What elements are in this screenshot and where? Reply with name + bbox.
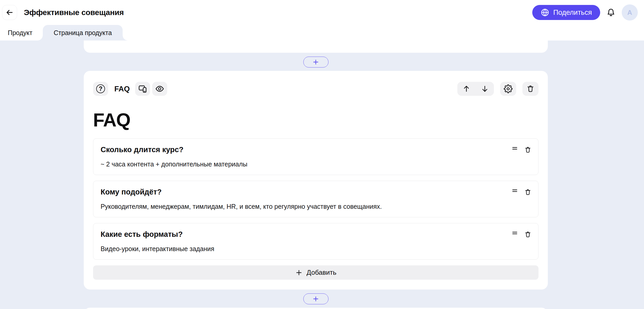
faq-item-text: Сколько длится курс? ~ 2 часа контента +…: [101, 145, 247, 175]
faq-item: Кому подойдёт? Руководителям, менеджерам…: [93, 181, 538, 217]
preview-button[interactable]: [152, 82, 167, 96]
devices-button[interactable]: [135, 82, 150, 96]
add-block-row-top: [84, 57, 548, 68]
arrow-up-icon: [463, 85, 470, 93]
drag-handle[interactable]: [512, 189, 517, 193]
editor-canvas: ? FAQ: [0, 41, 644, 309]
block-toolbar-right: [457, 82, 538, 96]
gear-icon: [504, 84, 513, 93]
add-block-button-top[interactable]: [303, 57, 328, 68]
faq-item-controls: [512, 187, 531, 217]
arrow-left-icon: [6, 9, 13, 16]
tab-product-page[interactable]: Страница продукта: [43, 25, 123, 41]
drag-handle[interactable]: [512, 146, 517, 150]
trash-icon: [524, 231, 531, 238]
notifications-button[interactable]: [607, 8, 615, 17]
faq-item-controls: [512, 145, 531, 175]
top-bar-actions: Поделиться A: [532, 4, 638, 21]
block-toolbar: ? FAQ: [93, 82, 538, 96]
faq-item-question[interactable]: Кому подойдёт?: [101, 187, 382, 196]
add-block-row-bottom: [84, 293, 548, 304]
drag-handle[interactable]: [512, 231, 517, 235]
faq-item-question[interactable]: Сколько длится курс?: [101, 145, 247, 154]
faq-item-answer[interactable]: Видео-уроки, интерактивные задания: [101, 245, 214, 253]
share-button-label: Поделиться: [553, 9, 592, 17]
bell-icon: [607, 8, 615, 17]
question-circle-icon: ?: [96, 84, 105, 93]
delete-block-button[interactable]: [522, 82, 538, 96]
back-button[interactable]: [2, 5, 17, 20]
faq-item: Какие есть форматы? Видео-уроки, интерак…: [93, 223, 538, 260]
devices-icon: [138, 84, 147, 93]
add-block-button-bottom[interactable]: [303, 293, 328, 304]
faq-item-text: Кому подойдёт? Руководителям, менеджерам…: [101, 187, 382, 217]
delete-item-button[interactable]: [524, 231, 531, 238]
plus-icon: [295, 269, 303, 276]
next-block-card[interactable]: [84, 308, 548, 309]
page-stage: ? FAQ: [84, 41, 548, 309]
faq-items-list: Сколько длится курс? ~ 2 часа контента +…: [93, 138, 538, 260]
block-type-label: FAQ: [114, 85, 130, 93]
trash-icon: [526, 85, 535, 93]
faq-item-text: Какие есть форматы? Видео-уроки, интерак…: [101, 230, 214, 259]
move-up-button[interactable]: [457, 82, 476, 96]
add-item-label: Добавить: [307, 268, 337, 277]
faq-item-answer[interactable]: ~ 2 часа контента + дополнительные матер…: [101, 160, 247, 168]
globe-icon: [541, 8, 549, 17]
faq-item-controls: [512, 230, 531, 259]
drag-handle-icon: [512, 146, 517, 150]
top-bar: Эффективные совещания Поделиться A: [0, 0, 644, 25]
eye-icon: [155, 84, 164, 93]
share-button[interactable]: Поделиться: [532, 5, 600, 20]
move-down-button[interactable]: [476, 82, 494, 96]
drag-handle-icon: [512, 189, 517, 193]
app: Эффективные совещания Поделиться A Проду…: [0, 0, 644, 309]
page-title: Эффективные совещания: [24, 8, 124, 17]
faq-item-answer[interactable]: Руководителям, менеджерам, тимлидам, HR,…: [101, 203, 382, 210]
tab-bar: Продукт Страница продукта: [0, 25, 644, 41]
block-type-button[interactable]: ?: [93, 82, 108, 96]
drag-handle-icon: [512, 231, 517, 235]
arrow-down-icon: [481, 85, 489, 93]
plus-icon: [312, 295, 319, 302]
move-block-group: [457, 82, 494, 96]
delete-item-button[interactable]: [524, 146, 531, 153]
delete-item-button[interactable]: [524, 189, 531, 196]
avatar-letter: A: [627, 9, 632, 17]
previous-block-card[interactable]: [84, 41, 548, 53]
faq-item: Сколько длится курс? ~ 2 часа контента +…: [93, 138, 538, 175]
trash-icon: [524, 146, 531, 153]
settings-button[interactable]: [500, 82, 516, 96]
faq-block-card: ? FAQ: [84, 71, 548, 290]
add-item-button[interactable]: Добавить: [93, 265, 538, 280]
trash-icon: [524, 189, 531, 196]
avatar[interactable]: A: [622, 4, 638, 21]
faq-heading[interactable]: FAQ: [93, 109, 538, 131]
faq-item-question[interactable]: Какие есть форматы?: [101, 230, 214, 239]
tab-product[interactable]: Продукт: [3, 25, 37, 41]
plus-icon: [312, 59, 319, 65]
block-toolbar-left: ? FAQ: [93, 82, 167, 96]
